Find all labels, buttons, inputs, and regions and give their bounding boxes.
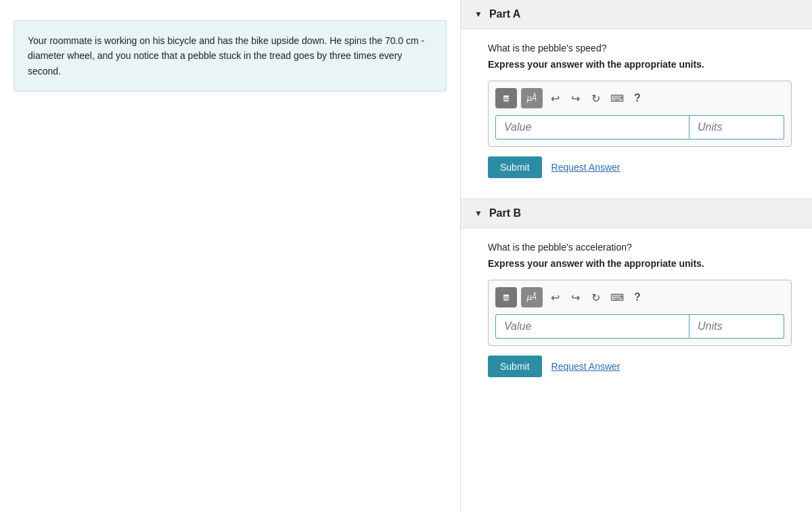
part-b-input-row [495,314,784,339]
fraction-icon-b [503,295,510,301]
unit-button-b[interactable]: μÅ [521,287,543,307]
problem-box: Your roommate is working on his bicycle … [14,20,447,91]
part-a-toggle[interactable]: ▼ [474,9,482,19]
undo-button-a[interactable]: ↩ [547,88,563,108]
part-a-actions: Submit Request Answer [488,156,792,178]
redo-button-a[interactable]: ↪ [567,88,583,108]
keyboard-button-b[interactable]: ⌨ [608,287,627,307]
part-b-toolbar: μÅ ↩ ↪ ↻ ⌨ ? [495,287,784,307]
undo-button-b[interactable]: ↩ [547,287,563,307]
refresh-button-a[interactable]: ↻ [587,88,604,108]
part-b-toggle[interactable]: ▼ [474,209,482,218]
left-panel: Your roommate is working on his bicycle … [0,0,460,512]
part-a-units-input[interactable] [690,115,784,140]
part-b-question: What is the pebble's acceleration? [488,242,792,253]
unit-button-a[interactable]: μÅ [521,88,543,108]
keyboard-button-a[interactable]: ⌨ [608,88,627,108]
part-b-actions: Submit Request Answer [488,356,792,377]
part-b-value-input[interactable] [495,314,690,339]
part-b-title: Part B [489,207,521,219]
part-a-answer-box: μÅ ↩ ↪ ↻ ⌨ ? [488,81,792,147]
part-b-units-input[interactable] [690,314,784,339]
part-b-request-answer-button[interactable]: Request Answer [551,361,621,372]
part-b-instruction: Express your answer with the appropriate… [488,258,792,269]
part-a-title: Part A [489,8,521,20]
part-a-request-answer-button[interactable]: Request Answer [551,162,621,173]
right-panel: ▼ Part A What is the pebble's speed? Exp… [460,0,812,512]
part-a-toolbar: μÅ ↩ ↪ ↻ ⌨ ? [495,88,784,108]
fraction-icon-a [503,95,510,102]
part-a-input-row [495,115,784,140]
part-b-submit-button[interactable]: Submit [488,356,542,377]
part-a-instruction: Express your answer with the appropriate… [488,59,792,70]
redo-button-b[interactable]: ↪ [567,287,583,307]
part-b-answer-box: μÅ ↩ ↪ ↻ ⌨ ? [488,280,792,346]
refresh-button-b[interactable]: ↻ [587,287,604,307]
part-a-value-input[interactable] [495,115,690,140]
help-button-b[interactable]: ? [631,287,644,307]
part-a-content: What is the pebble's speed? Express your… [461,29,812,198]
part-a-header[interactable]: ▼ Part A [461,0,812,29]
part-b-header[interactable]: ▼ Part B [461,199,812,228]
part-b-content: What is the pebble's acceleration? Expre… [461,228,812,398]
part-b-section: ▼ Part B What is the pebble's accelerati… [461,198,812,398]
part-a-submit-button[interactable]: Submit [488,156,542,178]
part-a-question: What is the pebble's speed? [488,43,792,54]
help-button-a[interactable]: ? [631,88,644,108]
fraction-button-a[interactable] [495,88,517,108]
problem-text: Your roommate is working on his bicycle … [28,35,424,77]
fraction-button-b[interactable] [495,287,517,307]
